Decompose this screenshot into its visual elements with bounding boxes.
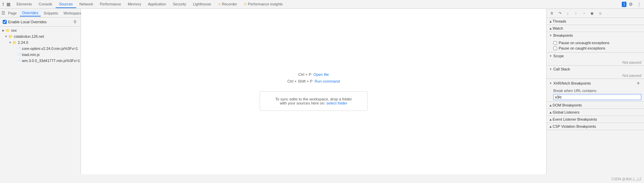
left-sidebar: ☰ Page Overrides Snippets Workspace » ⋮ … (0, 9, 81, 174)
section-breakpoints: ▼ Breakpoints Pause on uncaught exceptio… (547, 32, 644, 53)
main-layout: ☰ Page Overrides Snippets Workspace » ⋮ … (0, 9, 644, 174)
step-out-button[interactable]: ↑ (572, 9, 580, 17)
section-watch-header[interactable]: ▶ Watch (547, 25, 644, 32)
tree-item-core-optimi[interactable]: ▶ 📄 core-optimi.v2.24.0.min.js%3Fv=1 (0, 45, 81, 52)
sub-tab-page[interactable]: Page (5, 10, 20, 16)
step-button[interactable]: → (580, 9, 588, 17)
section-threads: ▶ Threads (547, 18, 644, 25)
folder-icon-cstaticgun: 📁 (8, 34, 13, 39)
tree-label-wm: wm.3.0.0_33d41777.min.js%3Fv=1 (22, 59, 80, 63)
run-command-key: Ctrl + Shift + P (287, 79, 313, 83)
section-breakpoints-header[interactable]: ▼ Breakpoints (547, 32, 644, 39)
folder-icon-xxx: 📁 (5, 28, 10, 33)
toggle-sidebar-button[interactable]: ☰ (1, 9, 5, 17)
tab-elements[interactable]: Elements (13, 1, 35, 8)
sub-toolbar: ☰ Page Overrides Snippets Workspace » ⋮ (0, 9, 81, 18)
threads-label: Threads (553, 19, 566, 23)
pause-uncaught-checkbox[interactable] (553, 41, 557, 45)
more-button[interactable]: ⋮ (635, 1, 643, 8)
xhr-arrow: ▼ (549, 82, 552, 85)
cursor-icon[interactable]: ⇧ (1, 2, 5, 7)
section-event-header[interactable]: ▶ Event Listener Breakpoints (547, 116, 644, 123)
global-arrow: ▶ (549, 111, 552, 113)
open-file-key: Ctrl + P (298, 72, 312, 77)
devtools-icons: ⇧ ▩ (1, 2, 10, 7)
run-command-action[interactable]: Run command (315, 79, 340, 83)
tree-label-2240: 2.24.0 (18, 40, 28, 44)
right-toolbar: ⏸ ↷ ↓ ↑ → ◉ ⦸ (547, 9, 644, 18)
section-scope: ▼ Scope Not paused (547, 53, 644, 66)
pause-resume-button[interactable]: ⏸ (548, 9, 555, 17)
tree-label-cstaticgun: cstaticdun.126.net (14, 34, 44, 38)
tab-sources[interactable]: Sources (56, 1, 76, 8)
pause-caught-checkbox[interactable] (553, 47, 557, 50)
sub-tab-snippets[interactable]: Snippets (41, 10, 61, 16)
tree-item-xxx[interactable]: ▶ 📁 xxx (0, 27, 81, 33)
section-watch: ▶ Watch (547, 25, 644, 32)
step-over-button[interactable]: ↷ (556, 9, 563, 17)
xhr-url-input[interactable] (553, 94, 641, 100)
shortcut-hints: Ctrl + P Open file Ctrl + Shift + P Run … (287, 72, 340, 83)
folder-icon-2240: 📁 (12, 40, 17, 45)
deactivate-breakpoints-button[interactable]: ◉ (588, 9, 596, 17)
file-icon-wm: 📄 (16, 58, 21, 63)
pause-uncaught-label: Pause on uncaught exceptions (559, 41, 609, 45)
section-scope-header[interactable]: ▼ Scope (547, 53, 644, 59)
layers-icon[interactable]: ▩ (6, 2, 10, 7)
csp-label: CSP Violation Breakpoints (553, 124, 596, 128)
tab-recorder[interactable]: ⚠ Recorder (214, 1, 240, 8)
tab-network[interactable]: Network (76, 1, 96, 8)
scope-not-paused: Not paused (547, 59, 644, 65)
url-contains-label: Break when URL contains: (547, 88, 644, 93)
warning-icon: ⚠ (218, 2, 221, 6)
scope-label: Scope (553, 54, 564, 58)
warning-icon-2: ⚠ (244, 2, 247, 6)
tree-arrow-cstaticgun: ▼ (4, 34, 8, 38)
tree-label-xxx: xxx (11, 28, 17, 32)
section-xhr-header[interactable]: ▼ XHR/fetch Breakpoints + (547, 79, 644, 88)
section-event-listener: ▶ Event Listener Breakpoints (547, 116, 644, 123)
section-callstack-header[interactable]: ▼ Call Stack (547, 66, 644, 72)
select-folder-link[interactable]: select folder (326, 101, 347, 105)
clear-overrides-button[interactable]: ⚲ (72, 19, 78, 25)
breakpoints-arrow: ▼ (549, 34, 552, 37)
tab-memory[interactable]: Memory (124, 1, 145, 8)
section-global: ▶ Global Listeners (547, 109, 644, 116)
right-sidebar: ⏸ ↷ ↓ ↑ → ◉ ⦸ ▶ Threads ▶ Watch ▼ (546, 9, 644, 174)
section-global-header[interactable]: ▶ Global Listeners (547, 109, 644, 116)
tree-label-core: core-optimi.v2.24.0.min.js%3Fv=1 (22, 47, 78, 51)
section-dom-header[interactable]: ▶ DOM Breakpoints (547, 102, 644, 109)
tab-performance[interactable]: Performance (96, 1, 124, 8)
enable-overrides-checkbox[interactable] (3, 20, 7, 24)
tab-security[interactable]: Security (169, 1, 189, 8)
tab-application[interactable]: Application (145, 1, 170, 8)
tab-performance-insights[interactable]: ⚠ Performance insights (240, 1, 286, 8)
section-threads-header[interactable]: ▶ Threads (547, 18, 644, 25)
section-csp-header[interactable]: ▶ CSP Violation Breakpoints (547, 123, 644, 130)
open-file-action[interactable]: Open file (313, 72, 329, 77)
event-label: Event Listener Breakpoints (553, 117, 597, 121)
top-nav: ⇧ ▩ Elements Console Sources Network Per… (0, 0, 644, 9)
top-right-icons: 1 ⚙ ⋮ (622, 1, 643, 8)
tree-item-load[interactable]: ▶ 📄 load.min.js (0, 52, 81, 58)
sidebar-overrides-header: Enable Local Overrides ⚲ (0, 18, 81, 27)
tree-item-cstaticgun[interactable]: ▼ 📁 cstaticdun.126.net (0, 33, 81, 39)
tree-item-wm[interactable]: ▶ 📄 wm.3.0.0_33d41777.min.js%3Fv=1 (0, 58, 81, 64)
sub-tab-overrides[interactable]: Overrides (20, 10, 41, 17)
section-csp: ▶ CSP Violation Breakpoints (547, 123, 644, 130)
tree-label-load: load.min.js (22, 53, 40, 57)
watch-arrow: ▶ (549, 27, 552, 29)
watermark: CSDN @局外人_LZ (612, 177, 642, 182)
step-into-button[interactable]: ↓ (564, 9, 572, 17)
scope-arrow: ▼ (549, 55, 552, 58)
file-tree: ▶ 📁 xxx ▼ 📁 cstaticdun.126.net ▼ 📁 2.24.… (0, 27, 81, 174)
settings-button[interactable]: ⚙ (627, 1, 635, 8)
tab-lighthouse[interactable]: Lighthouse (189, 1, 214, 8)
dom-label: DOM Breakpoints (553, 103, 582, 107)
xhr-add-button[interactable]: + (635, 80, 641, 86)
tab-console[interactable]: Console (35, 1, 56, 8)
section-callstack: ▼ Call Stack Not paused (547, 66, 644, 79)
enable-overrides-label[interactable]: Enable Local Overrides (3, 20, 70, 24)
dont-pause-button[interactable]: ⦸ (596, 9, 604, 17)
tree-item-2240[interactable]: ▼ 📁 2.24.0 (0, 39, 81, 45)
